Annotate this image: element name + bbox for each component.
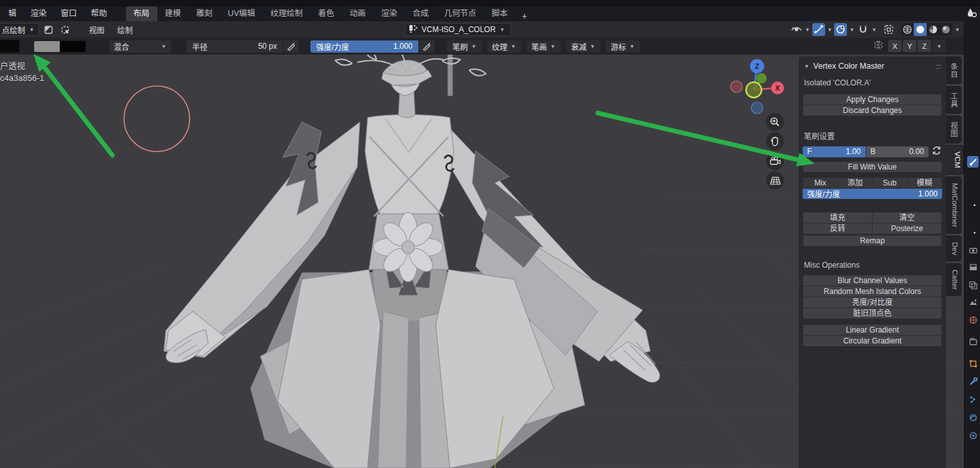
menu-help[interactable]: 帮助: [84, 6, 114, 21]
tab-shading[interactable]: 着色: [310, 6, 342, 21]
fill-with-value-button[interactable]: Fill With Value: [803, 161, 942, 173]
mode-selector[interactable]: 点绘制 ▾: [0, 23, 39, 36]
snap-magnet-icon[interactable]: [857, 23, 869, 36]
properties-tab-world-icon[interactable]: [967, 314, 979, 325]
swap-values-icon[interactable]: [931, 145, 942, 158]
brush-preview-swatch[interactable]: [0, 40, 19, 53]
mirror-z-button[interactable]: Z: [918, 40, 931, 52]
shading-wireframe-icon[interactable]: [901, 23, 914, 36]
paint-drop-icon[interactable]: [966, 7, 977, 21]
menu-window[interactable]: 窗口: [54, 6, 84, 21]
brush-popover[interactable]: 笔刷▾: [447, 40, 482, 53]
panel-grip-dots[interactable]: ::::: [936, 62, 941, 70]
properties-tab-output-icon[interactable]: [967, 262, 979, 273]
random-mesh-island-colors-button[interactable]: Random Mesh Island Colors: [803, 286, 942, 297]
strength-slider[interactable]: 强度/力度 1.000: [310, 40, 418, 53]
3d-viewport[interactable]: 户透视 c4a3a856-1 Z X ▾ Vertex Color Master…: [0, 55, 964, 468]
orthographic-grid-button[interactable]: [766, 171, 784, 189]
posterize-button[interactable]: Posterize: [872, 223, 942, 234]
panel-header[interactable]: ▾ Vertex Color Master ::::: [803, 60, 942, 73]
chevron-down-icon[interactable]: ▾: [849, 26, 855, 33]
texture-popover[interactable]: 纹理▾: [487, 40, 522, 53]
stroke-popover[interactable]: 笔画▾: [526, 40, 561, 53]
navigation-gizmo[interactable]: Z X: [725, 55, 796, 125]
radius-pressure-toggle[interactable]: [283, 40, 299, 53]
panel-strength-slider[interactable]: 强度/力度 1.000: [803, 188, 942, 199]
blend-mode-select[interactable]: 混合 ▾: [109, 40, 171, 53]
brightness-contrast-button[interactable]: 亮度/对比度: [803, 297, 942, 308]
tab-dev[interactable]: Dev: [946, 236, 961, 261]
mirror-x-button[interactable]: X: [888, 40, 902, 52]
menu-render[interactable]: 渲染: [24, 6, 54, 21]
tab-catter[interactable]: Catter: [946, 263, 961, 296]
tab-animation[interactable]: 动画: [342, 6, 373, 21]
apply-changes-button[interactable]: Apply Changes: [803, 94, 942, 105]
chevron-down-icon[interactable]: ▾: [871, 26, 877, 33]
tab-scripting[interactable]: 脚本: [484, 6, 515, 21]
camera-view-button[interactable]: [766, 152, 784, 170]
vertex-color-datablock-selector[interactable]: VCM-ISO_A_COLOR ▾: [405, 23, 511, 36]
blend-sub-button[interactable]: Sub: [872, 177, 907, 189]
tab-texture-paint[interactable]: 纹理绘制: [263, 6, 310, 21]
tab-vcm[interactable]: VCM: [946, 145, 964, 175]
tab-matcombiner[interactable]: MatCombiner: [946, 177, 961, 234]
properties-tab-render-icon[interactable]: [967, 245, 979, 256]
blend-add-button[interactable]: 添加: [837, 177, 873, 189]
tab-layout[interactable]: 布局: [126, 6, 157, 21]
properties-tab-object-icon[interactable]: [967, 358, 979, 369]
add-workspace-button[interactable]: +: [515, 11, 533, 21]
tab-uv-editing[interactable]: UV编辑: [220, 6, 263, 21]
proportional-edit-icon[interactable]: [834, 23, 847, 36]
radius-slider[interactable]: 半径 50 px: [186, 40, 283, 53]
linear-gradient-button[interactable]: Linear Gradient: [803, 324, 942, 336]
tab-rendering[interactable]: 渲染: [373, 6, 405, 21]
tab-tool[interactable]: 工具: [946, 86, 961, 114]
tab-compositing[interactable]: 合成: [405, 6, 436, 21]
properties-tab-constraints-icon[interactable]: [967, 429, 979, 441]
shading-material-icon[interactable]: [927, 23, 940, 36]
visibility-eye-icon[interactable]: [790, 23, 803, 36]
mirror-options-chevron[interactable]: ▾: [932, 40, 946, 52]
blend-blur-button[interactable]: 模糊: [907, 177, 942, 189]
tab-geometry-nodes[interactable]: 几何节点: [436, 6, 484, 21]
view-menu[interactable]: 视图: [83, 24, 111, 35]
panel-expand-chevron[interactable]: ▾: [804, 63, 810, 69]
tab-item[interactable]: 条目: [946, 56, 961, 84]
properties-tab-viewlayer-icon[interactable]: [967, 279, 979, 291]
properties-tab-tool-icon[interactable]: [967, 156, 979, 168]
dirty-vertex-colors-button[interactable]: 脏旧顶点色: [803, 308, 942, 319]
cursor-popover[interactable]: 游标▾: [605, 40, 640, 53]
tab-sculpting[interactable]: 雕刻: [189, 6, 220, 21]
blur-channel-values-button[interactable]: Blur Channel Values: [803, 275, 942, 286]
secondary-color-swatch[interactable]: [60, 41, 85, 52]
menu-edit[interactable]: 辑: [1, 6, 24, 21]
f-value-slider[interactable]: F 1.00: [803, 146, 866, 157]
shading-solid-icon[interactable]: [914, 23, 927, 36]
remap-button[interactable]: Remap: [803, 235, 942, 247]
invert-button[interactable]: 反转: [803, 223, 873, 234]
chevron-down-icon[interactable]: ▾: [827, 26, 833, 33]
pan-hand-button[interactable]: [766, 132, 784, 150]
circular-gradient-button[interactable]: Circular Gradient: [803, 335, 942, 347]
properties-tab-scene-icon[interactable]: [967, 297, 979, 308]
tab-modeling[interactable]: 建模: [157, 6, 189, 21]
mirror-y-button[interactable]: Y: [903, 40, 916, 52]
chevron-down-icon[interactable]: ▾: [805, 26, 810, 33]
properties-tab-modifiers-icon[interactable]: [967, 376, 979, 387]
paint-mask-face-toggle[interactable]: [42, 23, 56, 36]
chevron-down-icon[interactable]: ▾: [954, 26, 960, 33]
primary-color-swatch[interactable]: [34, 41, 60, 52]
fill-button[interactable]: 填充: [803, 212, 873, 223]
zoom-button[interactable]: [766, 113, 784, 131]
blend-mix-button[interactable]: Mix: [803, 177, 838, 189]
b-value-slider[interactable]: B 0.00: [866, 146, 929, 157]
falloff-popover[interactable]: 衰减▾: [566, 40, 601, 53]
paint-menu[interactable]: 绘制: [111, 24, 139, 35]
discard-changes-button[interactable]: Discard Changes: [803, 105, 942, 116]
paint-mask-vertex-toggle[interactable]: [58, 23, 73, 36]
clear-button[interactable]: 清空: [872, 212, 942, 223]
properties-tab-physics-icon[interactable]: [967, 412, 979, 423]
strength-pressure-toggle[interactable]: [419, 40, 434, 53]
properties-tab-particles-icon[interactable]: [967, 394, 979, 405]
shading-rendered-icon[interactable]: [940, 23, 952, 36]
